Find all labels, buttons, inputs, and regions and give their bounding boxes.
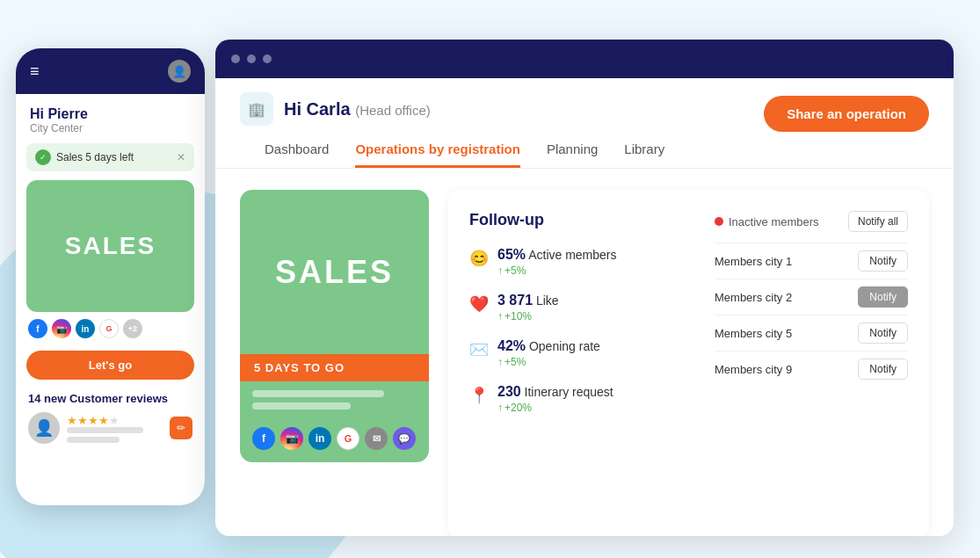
promo-chat-icon[interactable]: 💬 <box>393 427 416 450</box>
city-row-1: Members city 1 Notify <box>715 243 908 279</box>
stat-main-like: 3 871 Like <box>497 293 559 308</box>
phone-banner-left: ✓ Sales 5 days left <box>35 149 134 165</box>
promo-instagram-icon[interactable]: 📷 <box>280 427 303 450</box>
phone-sales-text: SALES <box>65 232 156 260</box>
city-label-5: Members city 5 <box>715 327 792 340</box>
phone-header: ≡ 👤 <box>16 48 205 94</box>
stat-row-like: ❤️ 3 871 Like ↑+10% <box>469 293 693 322</box>
brand-logo: 🏢 <box>240 92 273 126</box>
titlebar-dot-2 <box>247 54 256 63</box>
promo-line-1 <box>252 390 384 397</box>
days-badge: 5 DAYS TO GO <box>240 354 429 381</box>
instagram-icon[interactable]: 📷 <box>52 319 71 338</box>
stat-body-opening: 42% Opening rate ↑+5% <box>497 338 600 368</box>
stat-value-itinerary: 230 <box>497 384 521 399</box>
phone-social-icons: f 📷 in G +2 <box>16 312 205 338</box>
city-label-9: Members city 9 <box>715 363 792 376</box>
inactive-members-label: Inactive members <box>729 215 819 228</box>
red-dot-icon <box>715 217 723 226</box>
promo-lines <box>240 381 429 418</box>
stat-label-itinerary: Itinerary request <box>525 385 613 399</box>
review-line <box>67 427 143 433</box>
mobile-phone: ≡ 👤 Hi Pierre City Center ✓ Sales 5 days… <box>16 48 205 505</box>
facebook-icon[interactable]: f <box>28 319 47 338</box>
phone-greeting: Hi Pierre City Center <box>16 94 205 134</box>
tab-operations-by-registration[interactable]: Operations by registration <box>355 141 520 168</box>
stat-body-like: 3 871 Like ↑+10% <box>497 293 559 322</box>
stat-row-opening-rate: ✉️ 42% Opening rate ↑+5% <box>469 338 693 368</box>
stat-label-like: Like <box>536 293 559 308</box>
review-line <box>67 437 120 443</box>
inactive-label: Inactive members <box>715 215 819 228</box>
hamburger-icon[interactable]: ≡ <box>30 63 40 79</box>
phone-user-location: City Center <box>30 122 191 134</box>
extra-social-badge[interactable]: +2 <box>123 319 142 338</box>
tab-dashboard[interactable]: Dashboard <box>265 141 329 168</box>
stat-main-itinerary: 230 Itinerary request <box>497 384 613 400</box>
reviews-section: 14 new Customer reviews 👤 ★★★★★ ✏ <box>16 392 205 444</box>
followup-title: Follow-up <box>469 211 693 229</box>
user-icon-symbol: 👤 <box>172 65 186 78</box>
city-row-5: Members city 5 Notify <box>715 315 908 351</box>
brand-sub: (Head office) <box>355 103 431 118</box>
edit-icon[interactable]: ✏ <box>170 417 192 439</box>
window-titlebar <box>215 40 954 78</box>
stat-value-active: 65% <box>497 247 526 262</box>
stat-icon-like: ❤️ <box>469 294 489 314</box>
stat-body-active: 65% Active members ↑+5% <box>497 247 617 277</box>
reviews-title: 14 new Customer reviews <box>28 392 192 405</box>
notify-button-city-9[interactable]: Notify <box>858 359 908 380</box>
notify-button-city-2[interactable]: Notify <box>858 286 908 308</box>
followup-left: Follow-up 😊 65% Active members ↑+5% <box>469 211 693 518</box>
tab-planning[interactable]: Planning <box>547 141 598 168</box>
followup-panel: Follow-up 😊 65% Active members ↑+5% <box>448 190 929 536</box>
notify-button-city-1[interactable]: Notify <box>858 250 908 272</box>
phone-user-icon[interactable]: 👤 <box>168 60 191 83</box>
stat-icon-active: 😊 <box>469 249 489 268</box>
titlebar-dot-3 <box>263 54 272 63</box>
stat-change-opening: ↑+5% <box>497 356 600 368</box>
stat-change-like: ↑+10% <box>497 310 559 322</box>
notify-button-city-5[interactable]: Notify <box>858 322 908 344</box>
sales-promo-text: SALES <box>275 254 394 291</box>
star-rating: ★★★★★ <box>67 414 163 427</box>
review-item: 👤 ★★★★★ ✏ <box>28 412 192 444</box>
promo-email-icon[interactable]: ✉ <box>365 427 388 450</box>
linkedin-icon[interactable]: in <box>76 319 95 338</box>
stat-value-opening: 42% <box>497 338 526 353</box>
stat-main-opening: 42% Opening rate <box>497 338 600 354</box>
sales-promo-main: SALES <box>240 190 429 354</box>
stat-label-opening: Opening rate <box>529 339 600 353</box>
city-label-1: Members city 1 <box>715 255 792 268</box>
stat-body-itinerary: 230 Itinerary request ↑+20% <box>497 384 613 414</box>
brand-row: 🏢 Hi Carla (Head office) <box>240 92 689 126</box>
google-icon[interactable]: G <box>99 319 119 338</box>
reviews-count: 14 new <box>28 392 66 405</box>
promo-linkedin-icon[interactable]: in <box>309 427 331 450</box>
inactive-row: Inactive members Notify all <box>715 211 908 232</box>
share-operation-button[interactable]: Share an operation <box>764 96 929 132</box>
city-row-2: Members city 2 Notify <box>715 279 908 315</box>
stat-icon-opening: ✉️ <box>469 340 489 359</box>
avatar: 👤 <box>28 412 60 444</box>
green-status-icon: ✓ <box>35 149 51 165</box>
stat-row-itinerary: 📍 230 Itinerary request ↑+20% <box>469 384 693 414</box>
brand-greeting: Hi Carla (Head office) <box>284 99 431 120</box>
phone-sales-card: SALES <box>26 180 194 312</box>
promo-google-icon[interactable]: G <box>337 427 359 450</box>
greeting-text: Hi Carla <box>284 99 351 119</box>
window-main: SALES 5 DAYS TO GO f 📷 in G ✉ 💬 Follow-u… <box>215 169 954 536</box>
notify-all-button[interactable]: Notify all <box>848 211 908 232</box>
close-icon[interactable]: ✕ <box>177 151 185 163</box>
tab-library[interactable]: Library <box>624 141 664 168</box>
window-topbar: 🏢 Hi Carla (Head office) Dashboard Opera… <box>215 78 954 169</box>
reviews-label-text: Customer reviews <box>69 392 168 405</box>
phone-banner-text: Sales 5 days left <box>56 151 134 163</box>
sales-promo-card: SALES 5 DAYS TO GO f 📷 in G ✉ 💬 <box>240 190 429 462</box>
city-row-9: Members city 9 Notify <box>715 351 908 387</box>
lets-go-button[interactable]: Let's go <box>26 351 194 380</box>
promo-facebook-icon[interactable]: f <box>252 427 275 450</box>
desktop-window: 🏢 Hi Carla (Head office) Dashboard Opera… <box>215 40 954 536</box>
review-content: ★★★★★ <box>67 414 163 443</box>
stat-change-active: ↑+5% <box>497 265 617 277</box>
